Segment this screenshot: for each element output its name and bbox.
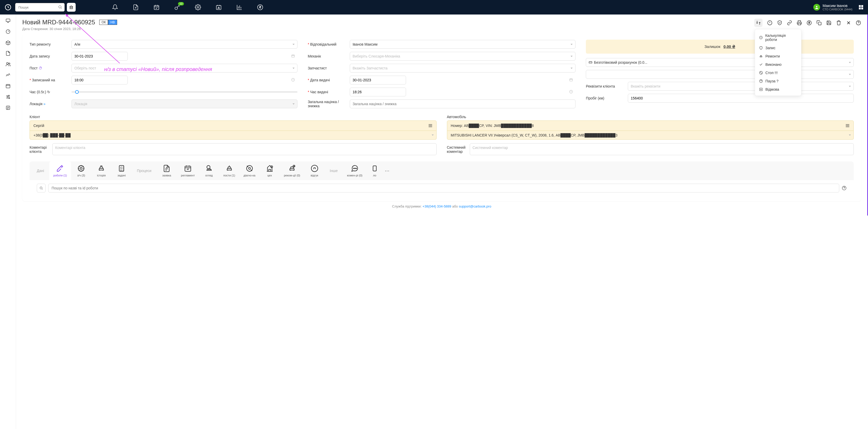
search-input[interactable] (15, 3, 65, 12)
alert-icon[interactable] (767, 20, 772, 25)
sidebar-analytics-icon[interactable] (5, 72, 11, 78)
tab-comments[interactable]: комен-рі (0) (343, 161, 367, 180)
chart-icon[interactable] (236, 4, 243, 10)
tabs-more-icon[interactable]: ⋯ (383, 165, 392, 177)
sidebar-box-icon[interactable] (5, 40, 11, 45)
svg-point-50 (40, 187, 42, 189)
svg-point-47 (355, 168, 355, 169)
system-comment-input[interactable]: Системний коментар (470, 143, 854, 155)
status-badge-ok[interactable]: ОК (99, 20, 108, 25)
car-number-row[interactable]: Номер: AB████CP, VIN: JMB████████████8 (447, 120, 854, 131)
global-search[interactable] (15, 3, 65, 12)
balance-value[interactable]: 0,00 ₴ (723, 44, 735, 49)
responsible-select[interactable]: Іванов Максим (350, 40, 576, 49)
svg-point-18 (8, 95, 9, 96)
record-date-input[interactable] (71, 52, 128, 61)
repair-type-label: Тип ремонту (30, 42, 68, 47)
tab-posts[interactable]: пости (1) (219, 161, 240, 180)
client-name-row[interactable]: Сергій (30, 120, 437, 131)
bank-button[interactable] (67, 3, 76, 12)
issue-time-input[interactable] (350, 88, 406, 96)
tab-search-icon[interactable] (37, 184, 45, 192)
tab-help-icon[interactable] (842, 186, 846, 190)
sidebar-list-icon[interactable] (5, 105, 11, 110)
tab-recommendations[interactable]: реком-ції (0) (280, 161, 305, 180)
footer-email-link[interactable]: support@carbook.pro (459, 205, 491, 208)
sidebar-gauge-icon[interactable] (5, 29, 11, 34)
repair-type-select[interactable]: А/м (71, 40, 298, 49)
location-label: Локація » (30, 102, 68, 106)
sidebar-document-icon[interactable] (5, 51, 11, 56)
tab-request[interactable]: заявка (156, 161, 177, 180)
parts-select[interactable]: Вкажіть Запчастиста (350, 64, 576, 72)
calendar-user-icon[interactable] (216, 4, 222, 10)
tab-log[interactable]: ло (367, 161, 383, 180)
client-phone-select[interactable]: +38(0██) ███-██-██ (30, 131, 437, 140)
tab-workshop[interactable]: цех (259, 161, 280, 180)
chevron-right-icon[interactable]: » (43, 102, 45, 106)
refresh-icon[interactable]: ↻ (47, 90, 50, 94)
client-menu-icon[interactable] (428, 123, 433, 128)
settings-icon[interactable] (195, 4, 201, 10)
link-icon[interactable] (787, 20, 792, 25)
sidebar-calendar-icon[interactable] (5, 84, 11, 89)
tab-feedback[interactable]: відгук (305, 161, 325, 180)
svg-rect-2 (154, 5, 159, 9)
mileage-input[interactable] (628, 94, 854, 102)
help-icon[interactable] (856, 20, 861, 25)
dropdown-item-reject[interactable]: Відмова (755, 85, 801, 94)
money-icon[interactable] (257, 4, 263, 10)
client-comment-label: Коментарі клієнта (30, 143, 49, 155)
tab-tasks[interactable]: задачі (112, 161, 132, 180)
dropdown-item-pause[interactable]: Пауза ? (755, 77, 801, 85)
new-document-icon[interactable] (133, 4, 139, 10)
dropdown-item-calc[interactable]: Калькуляція роботи (755, 31, 801, 44)
time-slider[interactable] (71, 91, 298, 92)
mechanic-select[interactable]: Виберіть Слюсаря-Механіка (350, 52, 576, 61)
sidebar-monitor-icon[interactable] (5, 18, 11, 23)
sidebar-users-icon[interactable] (5, 62, 11, 67)
tab-diagnostics[interactable]: діагно-ка (240, 161, 259, 180)
delete-icon[interactable] (836, 20, 841, 25)
copy-icon[interactable] (816, 20, 822, 25)
tab-search-input[interactable] (48, 184, 839, 192)
issue-date-input[interactable] (350, 75, 406, 85)
sidebar-sliders-icon[interactable] (5, 94, 11, 99)
dropdown-item-done[interactable]: Виконано (755, 60, 801, 69)
dropdown-item-record[interactable]: Запис (755, 44, 801, 52)
app-logo[interactable] (4, 3, 12, 11)
notifications-icon[interactable] (112, 4, 118, 10)
tab-parts[interactable]: з/ч (3) (71, 161, 91, 180)
tab-works[interactable]: роботи (1) (49, 161, 71, 180)
tab-schedule[interactable]: регламент (177, 161, 199, 180)
footer: Служба підтримки: +38(044) 334-5889 або … (22, 201, 861, 211)
close-icon[interactable] (846, 20, 851, 25)
shield-icon[interactable] (777, 20, 782, 25)
print-icon[interactable] (797, 20, 802, 25)
svg-point-37 (80, 167, 82, 170)
margin-label: Загальна націнка / знижка (308, 100, 347, 108)
footer-phone-link[interactable]: +38(044) 334-5889 (423, 205, 452, 208)
empty-select-1[interactable] (586, 70, 854, 79)
client-comment-input[interactable]: Коментарі клієнта (52, 143, 437, 155)
dropdown-item-repairs[interactable]: Ремонти (755, 52, 801, 60)
status-switch-icon[interactable] (754, 19, 763, 27)
booked-input[interactable] (71, 75, 128, 85)
post-select[interactable]: Оберіть пост (71, 64, 298, 72)
user-avatar[interactable] (813, 4, 820, 11)
dropdown-item-stop[interactable]: Стоп !!! (755, 69, 801, 77)
payment-icon[interactable] (807, 20, 812, 25)
key-icon[interactable]: 10 (174, 4, 180, 10)
req-select[interactable]: Вкажіть реквізити (628, 82, 854, 91)
calendar-check-icon[interactable] (153, 4, 160, 10)
apps-grid-icon[interactable] (858, 4, 864, 10)
car-model-select[interactable]: MITSUBISHI LANCER VII Універсал (CS_W, C… (447, 131, 854, 140)
clock-icon: ⏱ (39, 66, 42, 70)
car-menu-icon[interactable] (845, 123, 850, 128)
payment-method-select[interactable]: Безготівковий розрахунок (0.0... (586, 58, 854, 67)
tab-history[interactable]: історія (91, 161, 112, 180)
margin-input[interactable] (350, 99, 576, 108)
status-badge-nv[interactable]: НВ (108, 20, 117, 25)
tab-inspection[interactable]: огляд (199, 161, 219, 180)
save-icon[interactable] (826, 20, 832, 25)
